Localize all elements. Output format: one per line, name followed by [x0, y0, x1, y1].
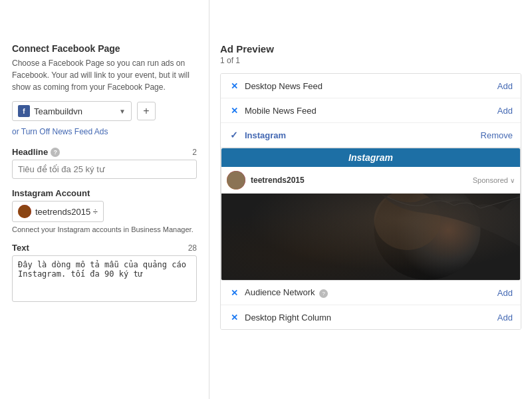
text-textarea[interactable]: Đây là dòng mô tả mẫu của quảng cáo Inst… — [12, 255, 197, 302]
right-panel: Ad Preview 1 of 1 ✕ Desktop News Feed Ad… — [209, 0, 532, 399]
connect-facebook-title: Connect Facebook Page — [12, 43, 197, 54]
ig-username: teetrends2015 — [251, 176, 305, 185]
placement-add-desktop-right-column[interactable]: Add — [497, 313, 513, 323]
placement-item-instagram: ✓ Instagram Remove — [221, 123, 521, 148]
placement-name-mobile-news-feed: Mobile News Feed — [245, 106, 497, 116]
ig-preview-body: teetrends2015 Sponsored ∨ — [221, 167, 520, 280]
ig-preview-header: Instagram — [221, 148, 520, 167]
left-panel: Connect Facebook Page Choose a Facebook … — [0, 0, 209, 399]
placement-remove-instagram[interactable]: Remove — [481, 130, 513, 140]
headline-field-row: Headline ? 2 — [12, 147, 197, 179]
headline-input[interactable] — [12, 160, 197, 179]
facebook-page-icon: f — [18, 105, 30, 117]
placement-item-mobile-news-feed: ✕ Mobile News Feed Add — [221, 98, 521, 123]
ig-sponsored-label: Sponsored ∨ — [473, 176, 515, 184]
placement-name-instagram: Instagram — [245, 130, 481, 140]
turn-off-news-feed-link[interactable]: or Turn Off News Feed Ads — [12, 127, 108, 136]
text-char-count: 28 — [188, 243, 197, 253]
x-icon-mobile-news-feed: ✕ — [229, 105, 239, 116]
ad-preview-title: Ad Preview — [220, 43, 521, 55]
headline-label-row: Headline ? 2 — [12, 147, 197, 157]
placement-item-audience-network: ✕ Audience Network ? Add — [221, 281, 521, 305]
text-field-row: Text 28 Đây là dòng mô tả mẫu của quảng … — [12, 243, 197, 304]
ig-preview-image — [221, 194, 520, 280]
text-label: Text — [12, 243, 29, 253]
ig-image-overlay — [221, 194, 520, 280]
placement-name-audience-network: Audience Network ? — [245, 287, 497, 298]
x-icon-audience-network: ✕ — [229, 287, 239, 298]
instagram-preview-card: Instagram teetrends2015 Sponsored ∨ — [221, 148, 521, 281]
ig-account-label-row: Instagram Account — [12, 188, 197, 198]
ig-account-select[interactable]: teetrends2015 ÷ — [12, 201, 104, 222]
connect-facebook-desc: Choose a Facebook Page so you can run ad… — [12, 57, 197, 93]
ig-account-name: teetrends2015 ÷ — [35, 207, 98, 217]
placement-item-desktop-right-column: ✕ Desktop Right Column Add — [221, 305, 521, 329]
ig-account-field-row: Instagram Account teetrends2015 ÷ Connec… — [12, 188, 197, 233]
placement-add-mobile-news-feed[interactable]: Add — [497, 106, 513, 116]
placement-item-desktop-news-feed: ✕ Desktop News Feed Add — [221, 74, 521, 98]
ig-account-label: Instagram Account — [12, 188, 90, 198]
placement-add-audience-network[interactable]: Add — [497, 288, 513, 298]
ig-preview-user-row: teetrends2015 Sponsored ∨ — [221, 167, 520, 194]
add-page-button[interactable]: + — [137, 102, 156, 120]
main-container: T TOPCHUYENGIA Tư vấn từ kinh nghiệm thự… — [0, 0, 532, 399]
headline-char-count: 2 — [192, 148, 197, 157]
headline-label: Headline ? — [12, 147, 60, 157]
ig-connect-text: Connect your Instagram accounts in Busin… — [12, 225, 197, 233]
placement-add-desktop-news-feed[interactable]: Add — [497, 81, 513, 91]
fb-page-select[interactable]: f Teambuildvn ▼ — [12, 101, 132, 121]
ig-user-avatar-icon — [227, 171, 245, 190]
placement-name-desktop-news-feed: Desktop News Feed — [245, 81, 497, 91]
fb-page-select-inner: f Teambuildvn — [18, 105, 82, 117]
fb-page-name: Teambuildvn — [34, 106, 82, 116]
ad-preview-count: 1 of 1 — [220, 56, 521, 65]
sponsored-chevron-icon: ∨ — [510, 177, 515, 184]
headline-info-icon[interactable]: ? — [51, 148, 60, 157]
x-icon-desktop-news-feed: ✕ — [229, 80, 239, 91]
ig-account-avatar-icon — [18, 205, 31, 218]
audience-network-info-icon[interactable]: ? — [319, 289, 328, 298]
dropdown-arrow-icon: ▼ — [119, 108, 126, 115]
x-icon-desktop-right-column: ✕ — [229, 312, 239, 323]
text-label-row: Text 28 — [12, 243, 197, 253]
check-icon-instagram: ✓ — [229, 130, 239, 140]
placement-list: ✕ Desktop News Feed Add ✕ Mobile News Fe… — [220, 73, 521, 330]
placement-name-desktop-right-column: Desktop Right Column — [245, 313, 497, 323]
fb-page-row: f Teambuildvn ▼ + — [12, 101, 197, 121]
